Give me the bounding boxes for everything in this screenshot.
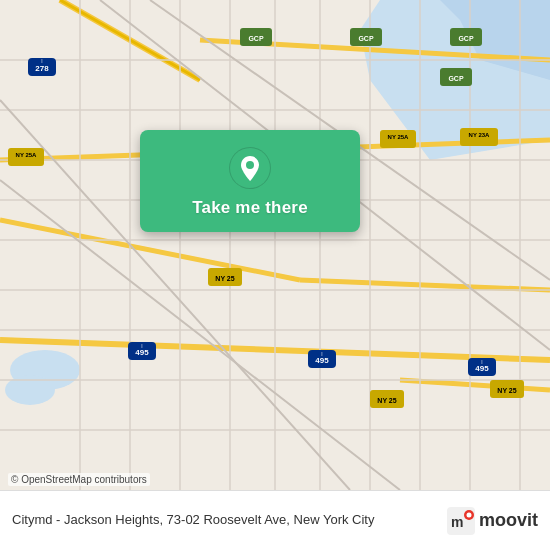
svg-point-72 <box>246 161 254 169</box>
moovit-text: moovit <box>479 510 538 531</box>
svg-text:m: m <box>451 514 463 530</box>
bottom-bar: Citymd - Jackson Heights, 73-02 Roosevel… <box>0 490 550 550</box>
svg-text:I: I <box>141 343 142 349</box>
svg-text:278: 278 <box>35 64 49 73</box>
svg-text:495: 495 <box>135 348 149 357</box>
osm-credit: © OpenStreetMap contributors <box>8 473 150 486</box>
svg-text:NY 25: NY 25 <box>215 275 234 282</box>
svg-text:I: I <box>481 359 482 365</box>
svg-text:I: I <box>321 351 322 357</box>
svg-text:NY 25: NY 25 <box>377 397 396 404</box>
location-pin-icon <box>228 146 272 190</box>
svg-text:NY 25: NY 25 <box>497 387 516 394</box>
location-text: Citymd - Jackson Heights, 73-02 Roosevel… <box>12 512 447 529</box>
svg-text:NY 25A: NY 25A <box>388 134 410 140</box>
svg-text:I: I <box>41 58 42 64</box>
svg-text:NY 25A: NY 25A <box>16 152 38 158</box>
map-container: 278 I GCP GCP GCP NY 25A NY 25A NY 25A N… <box>0 0 550 490</box>
svg-text:GCP: GCP <box>358 35 374 42</box>
svg-text:495: 495 <box>315 356 329 365</box>
svg-text:NY 23A: NY 23A <box>469 132 491 138</box>
svg-point-77 <box>466 512 471 517</box>
svg-text:GCP: GCP <box>248 35 264 42</box>
svg-text:495: 495 <box>475 364 489 373</box>
overlay-card[interactable]: Take me there <box>140 130 360 232</box>
svg-text:GCP: GCP <box>458 35 474 42</box>
map-background: 278 I GCP GCP GCP NY 25A NY 25A NY 25A N… <box>0 0 550 490</box>
svg-text:GCP: GCP <box>448 75 464 82</box>
take-me-there-button[interactable]: Take me there <box>192 198 308 218</box>
moovit-logo: m moovit <box>447 507 538 535</box>
moovit-logo-icon: m <box>447 507 475 535</box>
